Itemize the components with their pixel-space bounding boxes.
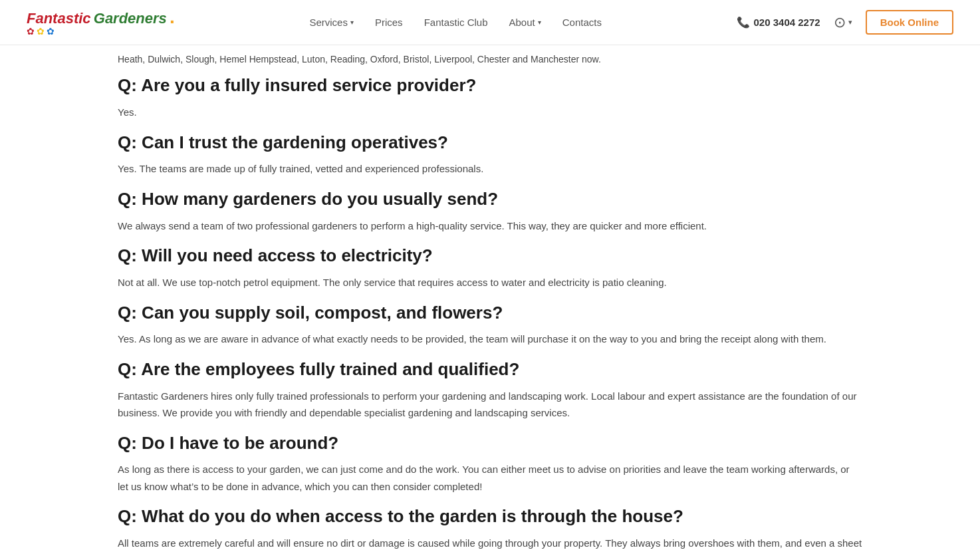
faq-question: Q: How many gardeners do you usually sen… — [118, 188, 862, 211]
phone-number: 020 3404 2272 — [754, 17, 820, 28]
faq-item: Q: Can I trust the gardening operatives?… — [118, 132, 862, 178]
about-chevron-icon: ▾ — [538, 19, 541, 26]
nav-item-prices[interactable]: Prices — [375, 17, 403, 28]
phone-icon: 📞 — [737, 16, 750, 29]
faq-item: Q: How many gardeners do you usually sen… — [118, 188, 862, 234]
navbar: Fantastic Gardeners . ✿ ✿ ✿ Services ▾ P… — [0, 0, 980, 45]
main-content: Heath, Dulwich, Slough, Hemel Hempstead,… — [91, 45, 889, 556]
user-chevron-icon: ▾ — [848, 18, 852, 27]
logo-dot: . — [170, 7, 175, 27]
logo-flower-blue: ✿ — [47, 27, 55, 37]
faq-item: Q: Are you a fully insured service provi… — [118, 74, 862, 120]
nav-club-label[interactable]: Fantastic Club — [424, 17, 488, 28]
logo-text-fantastic: Fantastic — [27, 10, 91, 27]
nav-links: Services ▾ Prices Fantastic Club About ▾… — [309, 17, 602, 28]
user-icon: ⊙ — [834, 14, 846, 31]
nav-prices-label[interactable]: Prices — [375, 17, 403, 28]
faq-answer: We always send a team of two professiona… — [118, 217, 862, 235]
logo[interactable]: Fantastic Gardeners . ✿ ✿ ✿ — [27, 7, 175, 37]
faq-question: Q: Will you need access to electricity? — [118, 245, 862, 267]
faq-question: Q: Can I trust the gardening operatives? — [118, 132, 862, 154]
faq-question: Q: Are you a fully insured service provi… — [118, 74, 862, 97]
faq-container: Q: Are you a fully insured service provi… — [118, 74, 862, 556]
nav-services-label: Services — [309, 17, 348, 28]
faq-question: Q: Do I have to be around? — [118, 432, 862, 455]
nav-user-menu[interactable]: ⊙ ▾ — [834, 14, 852, 31]
faq-question: Q: What do you do when access to the gar… — [118, 505, 862, 528]
nav-item-about[interactable]: About ▾ — [509, 17, 541, 28]
nav-item-services[interactable]: Services ▾ — [309, 17, 354, 28]
faq-item: Q: Do I have to be around?As long as the… — [118, 432, 862, 495]
book-online-button[interactable]: Book Online — [866, 10, 953, 35]
nav-item-club[interactable]: Fantastic Club — [424, 17, 488, 28]
faq-answer: Yes. As long as we are aware in advance … — [118, 331, 862, 348]
faq-question: Q: Are the employees fully trained and q… — [118, 358, 862, 381]
truncated-top-text: Heath, Dulwich, Slough, Hemel Hempstead,… — [118, 52, 862, 67]
nav-item-contacts[interactable]: Contacts — [562, 17, 602, 28]
faq-item: Q: Are the employees fully trained and q… — [118, 358, 862, 422]
faq-item: Q: Will you need access to electricity?N… — [118, 245, 862, 291]
logo-text-gardeners: Gardeners — [94, 10, 167, 27]
nav-about-label: About — [509, 17, 535, 28]
nav-contacts-label[interactable]: Contacts — [562, 17, 602, 28]
faq-question: Q: Can you supply soil, compost, and flo… — [118, 302, 862, 325]
faq-item: Q: Can you supply soil, compost, and flo… — [118, 302, 862, 348]
faq-answer: Yes. — [118, 104, 862, 121]
faq-answer: Not at all. We use top-notch petrol equi… — [118, 274, 862, 291]
faq-answer: Yes. The teams are made up of fully trai… — [118, 160, 862, 178]
faq-answer: All teams are extremely careful and will… — [118, 535, 862, 556]
faq-item: Q: What do you do when access to the gar… — [118, 505, 862, 556]
logo-flower-red: ✿ — [27, 27, 35, 37]
services-chevron-icon: ▾ — [350, 19, 354, 26]
logo-flower-yellow: ✿ — [37, 27, 45, 37]
nav-right: 📞 020 3404 2272 ⊙ ▾ Book Online — [737, 10, 953, 35]
faq-answer: Fantastic Gardeners hires only fully tra… — [118, 388, 862, 422]
nav-phone[interactable]: 📞 020 3404 2272 — [737, 16, 820, 29]
faq-answer: As long as there is access to your garde… — [118, 461, 862, 495]
